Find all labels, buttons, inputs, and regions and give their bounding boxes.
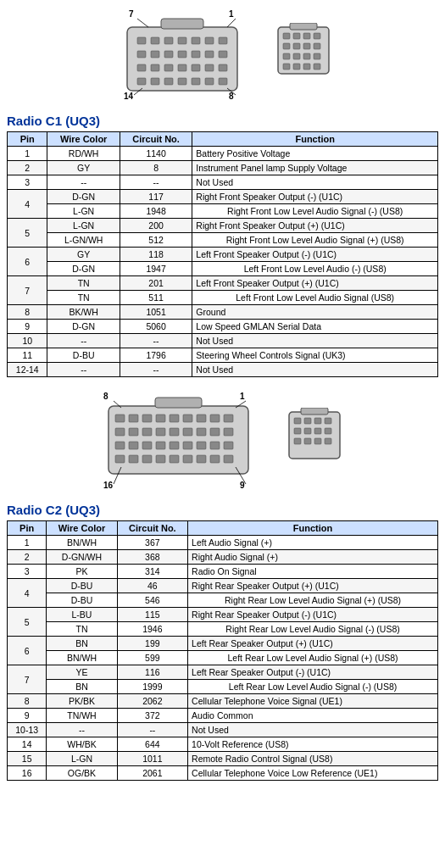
cell-circuit: 367 bbox=[117, 536, 187, 550]
svg-rect-106 bbox=[325, 418, 331, 424]
cell-pin: 10 bbox=[8, 334, 47, 348]
svg-rect-13 bbox=[205, 51, 214, 58]
cell-function: Radio On Signal bbox=[188, 565, 438, 579]
table-row: 4D-BU46Right Rear Speaker Output (+) (U1… bbox=[8, 579, 438, 593]
svg-rect-74 bbox=[224, 428, 233, 436]
table-row: 7YE116Left Rear Speaker Output (-) (U1C) bbox=[8, 665, 438, 680]
svg-rect-112 bbox=[304, 438, 311, 444]
cell-wire: RD/WH bbox=[47, 147, 120, 161]
svg-rect-73 bbox=[210, 428, 220, 436]
cell-wire: GY bbox=[47, 161, 120, 175]
table-row: 11D-BU1796Steering Wheel Controls Signal… bbox=[8, 348, 438, 363]
svg-rect-113 bbox=[314, 438, 321, 444]
cell-circuit: 1140 bbox=[120, 147, 192, 161]
table-row: 7TN201Left Front Speaker Output (+) (U1C… bbox=[8, 276, 438, 291]
svg-rect-22 bbox=[137, 78, 146, 85]
cell-wire: -- bbox=[47, 175, 120, 190]
svg-rect-81 bbox=[197, 442, 206, 449]
cell-pin: 8 bbox=[8, 305, 47, 320]
cell-wire: BN/WH bbox=[47, 651, 117, 665]
cell-wire: BN bbox=[47, 680, 117, 694]
table-row: 9D-GN5060Low Speed GMLAN Serial Data bbox=[8, 320, 438, 334]
svg-rect-18 bbox=[178, 64, 186, 71]
svg-rect-53 bbox=[303, 64, 310, 70]
table-row: 10----Not Used bbox=[8, 334, 438, 348]
svg-rect-104 bbox=[304, 418, 311, 424]
svg-rect-110 bbox=[325, 428, 331, 434]
cell-function: Right Front Speaker Output (-) (U1C) bbox=[192, 190, 438, 204]
svg-rect-67 bbox=[129, 428, 138, 436]
cell-circuit: 372 bbox=[117, 709, 187, 723]
svg-rect-16 bbox=[151, 64, 159, 71]
c2-header-pin: Pin bbox=[8, 521, 47, 536]
cell-function: Left Front Speaker Output (-) (U1C) bbox=[192, 248, 438, 262]
cell-pin: 1 bbox=[8, 536, 47, 550]
svg-rect-62 bbox=[183, 415, 192, 422]
svg-rect-72 bbox=[197, 428, 206, 436]
cell-circuit: 5060 bbox=[120, 320, 192, 334]
cell-function: Right Audio Signal (+) bbox=[188, 550, 438, 565]
cell-wire: WH/BK bbox=[47, 737, 117, 752]
table-row: 15L-GN1011Remote Radio Control Signal (U… bbox=[8, 752, 438, 766]
cell-function: Right Front Low Level Audio Signal (-) (… bbox=[192, 204, 438, 219]
cell-function: Instrument Panel lamp Supply Voltage bbox=[192, 161, 438, 175]
cell-pin: 11 bbox=[8, 348, 47, 363]
cell-function: Left Rear Low Level Audio Signal (+) (US… bbox=[188, 651, 438, 665]
table-row: BN1999Left Rear Low Level Audio Signal (… bbox=[8, 680, 438, 694]
cell-function: 10-Volt Reference (US8) bbox=[188, 737, 438, 752]
cell-circuit: 118 bbox=[120, 248, 192, 262]
cell-circuit: 546 bbox=[117, 593, 187, 608]
svg-rect-7 bbox=[219, 37, 227, 44]
svg-rect-52 bbox=[293, 64, 300, 70]
cell-wire: -- bbox=[47, 334, 120, 348]
c2-header-circuit: Circuit No. bbox=[117, 521, 187, 536]
svg-rect-3 bbox=[164, 37, 173, 44]
svg-rect-93 bbox=[155, 398, 202, 408]
cell-function: Left Rear Speaker Output (+) (U1C) bbox=[188, 637, 438, 651]
svg-rect-11 bbox=[178, 51, 186, 58]
cell-pin: 4 bbox=[8, 579, 47, 608]
table-row: 5L-BU115Right Rear Speaker Output (-) (U… bbox=[8, 608, 438, 622]
svg-rect-91 bbox=[210, 455, 220, 463]
cell-function: Not Used bbox=[192, 363, 438, 377]
cell-wire: L-GN bbox=[47, 204, 120, 219]
svg-rect-6 bbox=[205, 37, 214, 44]
svg-rect-49 bbox=[303, 53, 310, 59]
cell-pin: 9 bbox=[8, 320, 47, 334]
svg-rect-114 bbox=[325, 438, 331, 444]
cell-circuit: -- bbox=[117, 723, 187, 737]
svg-rect-25 bbox=[178, 78, 186, 85]
cell-pin: 2 bbox=[8, 161, 47, 175]
radio-c2-section: 8 1 16 9 bbox=[7, 387, 438, 781]
svg-rect-26 bbox=[192, 78, 200, 85]
svg-rect-80 bbox=[183, 442, 192, 449]
svg-rect-10 bbox=[164, 51, 173, 58]
svg-rect-79 bbox=[170, 442, 179, 449]
svg-rect-14 bbox=[219, 51, 227, 58]
cell-circuit: 2062 bbox=[117, 694, 187, 709]
cell-wire: BN/WH bbox=[47, 536, 117, 550]
svg-text:7: 7 bbox=[129, 10, 134, 19]
cell-wire: TN bbox=[47, 276, 120, 291]
svg-rect-105 bbox=[314, 418, 321, 424]
cell-circuit: 1011 bbox=[117, 752, 187, 766]
c2-title: Radio C2 (UQ3) bbox=[7, 503, 438, 517]
cell-pin: 12-14 bbox=[8, 363, 47, 377]
cell-pin: 3 bbox=[8, 175, 47, 190]
cell-function: Ground bbox=[192, 305, 438, 320]
svg-rect-103 bbox=[294, 418, 301, 424]
table-row: 16OG/BK2061Cellular Telephone Voice Low … bbox=[8, 766, 438, 781]
cell-wire: L-BU bbox=[47, 608, 117, 622]
svg-text:16: 16 bbox=[103, 481, 114, 490]
cell-wire: -- bbox=[47, 363, 120, 377]
table-row: 8PK/BK2062Cellular Telephone Voice Signa… bbox=[8, 694, 438, 709]
svg-rect-107 bbox=[294, 428, 301, 434]
svg-text:8: 8 bbox=[103, 392, 108, 401]
cell-wire: D-BU bbox=[47, 579, 117, 593]
svg-text:1: 1 bbox=[229, 10, 234, 19]
cell-pin: 6 bbox=[8, 637, 47, 665]
svg-rect-89 bbox=[183, 455, 192, 463]
cell-pin: 7 bbox=[8, 276, 47, 305]
svg-rect-28 bbox=[219, 78, 227, 85]
svg-rect-70 bbox=[170, 428, 179, 436]
